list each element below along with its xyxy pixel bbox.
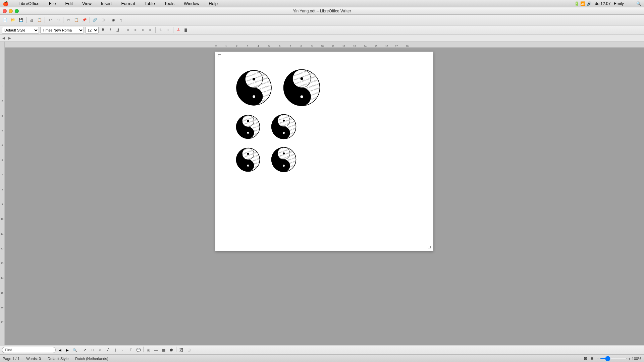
export-pdf-button[interactable]: 📋: [36, 16, 43, 24]
menu-tools[interactable]: Tools: [162, 0, 176, 7]
draw-rect-button[interactable]: □: [89, 347, 96, 353]
h-ruler-mark-17: 17: [395, 45, 398, 47]
table-button[interactable]: ⊞: [99, 16, 107, 24]
draw-text-button[interactable]: T: [127, 347, 134, 353]
menu-bar-left: 🍎 LibreOffice File Edit View Insert Form…: [3, 0, 220, 7]
yin-yang-3[interactable]: wrong, there is dark, blind, black: [235, 114, 261, 139]
zoom-in-button[interactable]: +: [628, 357, 630, 361]
line-color-button[interactable]: —: [153, 347, 159, 353]
username: Emily ——: [614, 1, 633, 6]
menu-file[interactable]: File: [47, 0, 58, 7]
font-color-button[interactable]: A: [175, 27, 181, 33]
draw-sep-2: [176, 347, 176, 352]
yin-yang-svg-5: wrong, there is dark, blind, black: [235, 147, 261, 172]
insert-image-button[interactable]: 🖼: [178, 347, 184, 353]
next-page-button[interactable]: ▶: [7, 36, 12, 40]
navigator-button[interactable]: ◉: [110, 16, 117, 24]
zoom-out-button[interactable]: −: [597, 357, 599, 361]
h-ruler-mark-14: 14: [364, 45, 367, 47]
numbering-button[interactable]: 1.: [158, 27, 164, 33]
draw-select-button[interactable]: ↗: [81, 347, 88, 353]
shape-button[interactable]: ⬟: [168, 347, 175, 353]
redo-button[interactable]: ↪: [54, 16, 62, 24]
draw-callout-button[interactable]: 💬: [135, 347, 142, 353]
search-icon[interactable]: 🔍: [636, 1, 641, 6]
menu-edit[interactable]: Edit: [63, 0, 75, 7]
draw-curve-button[interactable]: ∫: [112, 347, 119, 353]
prev-page-button[interactable]: ◀: [1, 36, 6, 40]
zoom-control[interactable]: − + 100%: [597, 357, 641, 361]
yin-yang-6[interactable]: wrong, there is dark, blind, black: [271, 146, 297, 173]
find-prev-button[interactable]: ◀: [57, 347, 63, 353]
h-ruler-mark-16: 16: [385, 45, 388, 47]
find-search-button[interactable]: 🔍: [72, 347, 78, 353]
open-button[interactable]: 📂: [9, 16, 17, 24]
minimize-button[interactable]: [9, 9, 13, 13]
draw-line-button[interactable]: ╱: [104, 347, 111, 353]
undo-button[interactable]: ↩: [46, 16, 54, 24]
svg-rect-7: [236, 70, 271, 105]
datetime: do 12:07: [595, 1, 611, 6]
fill-color-button[interactable]: ▣: [145, 347, 152, 353]
find-bar: ◀ ▶ 🔍 ↗ □ ○ ╱ ∫ ⌐ T 💬 ▣ — ▦ ⬟ 🖼 ⊞: [0, 345, 644, 355]
italic-button[interactable]: I: [107, 27, 113, 33]
find-next-button[interactable]: ▶: [64, 347, 70, 353]
yin-yang-4[interactable]: wrong, there is dark, blind, black: [271, 114, 297, 140]
menu-help[interactable]: Help: [207, 0, 220, 7]
yin-yang-1[interactable]: wrong, there is dark, the blind, the bla…: [235, 69, 272, 106]
copy-button[interactable]: 📋: [73, 16, 80, 24]
v-ruler-11: 11: [0, 233, 4, 247]
styles-button[interactable]: ¶: [118, 16, 125, 24]
hyperlink-button[interactable]: 🔗: [91, 16, 99, 24]
close-button[interactable]: [3, 9, 7, 13]
shadow-button[interactable]: ▦: [160, 347, 167, 353]
underline-button[interactable]: U: [115, 27, 121, 33]
yin-yang-5[interactable]: wrong, there is dark, blind, black: [235, 147, 261, 172]
print-preview-button[interactable]: 🖨: [28, 16, 35, 24]
maximize-button[interactable]: [15, 9, 19, 13]
highlight-button[interactable]: ▓: [183, 27, 189, 33]
symbol-row-1: wrong, there is dark, the blind, the bla…: [235, 68, 413, 107]
h-ruler-inner: Σ 1 2 3 4 5 6 7 8 9 10 11 12 13 14 15 16: [215, 42, 433, 47]
v-ruler-13: 13: [0, 262, 4, 277]
align-right-button[interactable]: ≡: [140, 27, 146, 33]
find-input[interactable]: [2, 347, 56, 353]
align-center-button[interactable]: ≡: [132, 27, 139, 33]
language: Dutch (Netherlands): [75, 357, 108, 361]
corner-marker-tl: [218, 54, 221, 57]
new-button[interactable]: 📄: [1, 16, 9, 24]
status-right: ⊡ ⊟ − + 100%: [584, 356, 641, 361]
menu-table[interactable]: Table: [143, 0, 157, 7]
paragraph-style-select[interactable]: Default Style: [2, 27, 39, 34]
format-sep-2: [155, 27, 156, 33]
v-ruler-4: 4: [0, 129, 4, 144]
zoom-slider[interactable]: [600, 358, 627, 359]
h-ruler-mark-2: 2: [236, 45, 237, 47]
layout-icon-2[interactable]: ⊟: [590, 356, 593, 361]
save-button[interactable]: 💾: [17, 16, 25, 24]
bold-button[interactable]: B: [100, 27, 106, 33]
layout-icon-1[interactable]: ⊡: [584, 356, 587, 361]
bullets-button[interactable]: •: [165, 27, 171, 33]
cut-button[interactable]: ✂: [65, 16, 72, 24]
v-ruler-8: 8: [0, 188, 4, 203]
page-scroll-area[interactable]: wrong, there is dark, the blind, the bla…: [5, 48, 644, 345]
menu-format[interactable]: Format: [119, 0, 137, 7]
h-ruler-mark-15: 15: [375, 45, 377, 47]
font-name-select[interactable]: Times New Roma: [40, 27, 84, 34]
font-size-select[interactable]: 12: [85, 27, 99, 34]
draw-ellipse-button[interactable]: ○: [97, 347, 103, 353]
menu-view[interactable]: View: [80, 0, 94, 7]
apple-menu[interactable]: 🍎: [3, 1, 8, 6]
insert-gallery-button[interactable]: ⊞: [185, 347, 192, 353]
yin-yang-2[interactable]: wrong, there is dark, the blind, the bla…: [282, 68, 321, 107]
menu-libreoffice[interactable]: LibreOffice: [16, 0, 42, 7]
align-left-button[interactable]: ≡: [125, 27, 131, 33]
document-page[interactable]: wrong, there is dark, the blind, the bla…: [215, 52, 433, 251]
draw-connector-button[interactable]: ⌐: [120, 347, 126, 353]
paste-button[interactable]: 📌: [81, 16, 88, 24]
align-justify-button[interactable]: ≡: [147, 27, 153, 33]
app-layout: 🍎 LibreOffice File Edit View Insert Form…: [0, 0, 644, 362]
menu-window[interactable]: Window: [182, 0, 201, 7]
menu-insert[interactable]: Insert: [99, 0, 114, 7]
